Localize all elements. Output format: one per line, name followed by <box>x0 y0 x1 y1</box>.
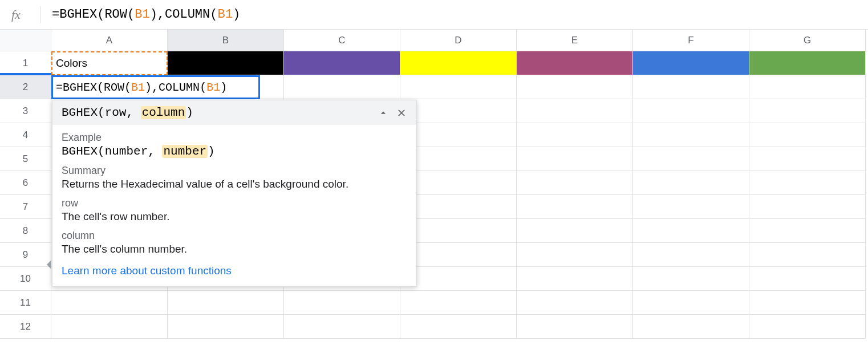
cell-F10[interactable] <box>633 267 749 291</box>
tooltip-signature: BGHEX(row, column) <box>62 106 193 119</box>
formula-text: =BGHEX(ROW(B1),COLUMN(B1) <box>52 7 240 22</box>
row-header-10[interactable]: 10 <box>0 267 51 291</box>
cell-B1[interactable] <box>168 51 284 75</box>
cell-editor[interactable]: =BGHEX(ROW(B1),COLUMN(B1) <box>51 75 260 99</box>
cell-G2[interactable] <box>749 75 866 99</box>
summary-text: Returns the Hexadecimal value of a cell'… <box>62 178 407 190</box>
cell-F12[interactable] <box>633 315 749 339</box>
cell-C2[interactable] <box>284 75 400 99</box>
cell-F8[interactable] <box>633 219 749 243</box>
cell-E1[interactable] <box>517 51 633 75</box>
cell-D7[interactable] <box>400 195 517 219</box>
column-param-text: The cell's column number. <box>62 243 407 255</box>
col-header-A[interactable]: A <box>51 30 168 51</box>
grid-body: 1 Colors 2 HEX codes 3 4 5 <box>0 51 868 339</box>
cell-D9[interactable] <box>400 243 517 267</box>
cell-B12[interactable] <box>168 315 284 339</box>
cell-C11[interactable] <box>284 291 400 315</box>
row-param-text: The cell's row number. <box>62 210 407 223</box>
col-header-E[interactable]: E <box>517 30 633 51</box>
row-header-1[interactable]: 1 <box>0 51 51 75</box>
cell-D1[interactable] <box>400 51 517 75</box>
col-header-C[interactable]: C <box>284 30 400 51</box>
col-header-G[interactable]: G <box>749 30 866 51</box>
cell-E2[interactable] <box>517 75 633 99</box>
cell-F6[interactable] <box>633 171 749 195</box>
row-header-6[interactable]: 6 <box>0 171 51 195</box>
cell-A11[interactable] <box>51 291 168 315</box>
cell-F9[interactable] <box>633 243 749 267</box>
cell-D10[interactable] <box>400 267 517 291</box>
cell-F2[interactable] <box>633 75 749 99</box>
row-header-5[interactable]: 5 <box>0 147 51 171</box>
cell-G5[interactable] <box>749 147 866 171</box>
row-header-3[interactable]: 3 <box>0 99 51 123</box>
col-header-D[interactable]: D <box>400 30 517 51</box>
cell-G6[interactable] <box>749 171 866 195</box>
cell-G7[interactable] <box>749 195 866 219</box>
cell-F1[interactable] <box>633 51 749 75</box>
formula-bar: fx =BGHEX(ROW(B1),COLUMN(B1) <box>0 0 868 30</box>
cell-G1[interactable] <box>749 51 866 75</box>
cell-A12[interactable] <box>51 315 168 339</box>
row-header-12[interactable]: 12 <box>0 315 51 339</box>
cell-C12[interactable] <box>284 315 400 339</box>
cell-E11[interactable] <box>517 291 633 315</box>
collapse-icon[interactable] <box>378 107 389 119</box>
formula-input[interactable]: =BGHEX(ROW(B1),COLUMN(B1) <box>52 7 868 22</box>
cell-E6[interactable] <box>517 171 633 195</box>
select-all-corner[interactable] <box>0 30 51 51</box>
cell-E12[interactable] <box>517 315 633 339</box>
close-icon[interactable] <box>396 107 407 119</box>
cell-G4[interactable] <box>749 123 866 147</box>
row-header-2[interactable]: 2 <box>0 75 51 99</box>
cell-D3[interactable] <box>400 99 517 123</box>
cell-B11[interactable] <box>168 291 284 315</box>
cell-D4[interactable] <box>400 123 517 147</box>
cell-A1[interactable]: Colors <box>51 51 168 75</box>
cell-D11[interactable] <box>400 291 517 315</box>
cell-E8[interactable] <box>517 219 633 243</box>
cell-D5[interactable] <box>400 147 517 171</box>
col-header-B[interactable]: B <box>168 30 284 51</box>
cell-D8[interactable] <box>400 219 517 243</box>
row-header-8[interactable]: 8 <box>0 219 51 243</box>
row-param-label: row <box>62 197 407 209</box>
cell-G10[interactable] <box>749 267 866 291</box>
cell-D2[interactable] <box>400 75 517 99</box>
col-header-F[interactable]: F <box>633 30 749 51</box>
cell-F4[interactable] <box>633 123 749 147</box>
cell-E10[interactable] <box>517 267 633 291</box>
row-header-4[interactable]: 4 <box>0 123 51 147</box>
cell-E3[interactable] <box>517 99 633 123</box>
cell-G12[interactable] <box>749 315 866 339</box>
cell-E5[interactable] <box>517 147 633 171</box>
cell-C1[interactable] <box>284 51 400 75</box>
row-header-11[interactable]: 11 <box>0 291 51 315</box>
cell-E4[interactable] <box>517 123 633 147</box>
tooltip-body: Example BGHEX(number, number) Summary Re… <box>52 125 416 286</box>
cell-G9[interactable] <box>749 243 866 267</box>
cell-E9[interactable] <box>517 243 633 267</box>
column-param-label: column <box>62 230 407 242</box>
cell-F11[interactable] <box>633 291 749 315</box>
cell-F3[interactable] <box>633 99 749 123</box>
column-headers: A B C D E F G <box>0 30 868 51</box>
example-text: BGHEX(number, number) <box>62 145 407 158</box>
row-11: 11 <box>0 291 868 315</box>
cell-F5[interactable] <box>633 147 749 171</box>
cell-E7[interactable] <box>517 195 633 219</box>
cell-G8[interactable] <box>749 219 866 243</box>
tooltip-header: BGHEX(row, column) <box>52 100 416 125</box>
learn-more-link[interactable]: Learn more about custom functions <box>62 265 407 277</box>
cell-F7[interactable] <box>633 195 749 219</box>
tooltip-expand-arrow-icon[interactable] <box>47 260 51 269</box>
cell-G3[interactable] <box>749 99 866 123</box>
cell-G11[interactable] <box>749 291 866 315</box>
row-header-9[interactable]: 9 <box>0 243 51 267</box>
example-label: Example <box>62 132 407 144</box>
fx-icon[interactable]: fx <box>11 7 34 22</box>
row-header-7[interactable]: 7 <box>0 195 51 219</box>
cell-D6[interactable] <box>400 171 517 195</box>
cell-D12[interactable] <box>400 315 517 339</box>
